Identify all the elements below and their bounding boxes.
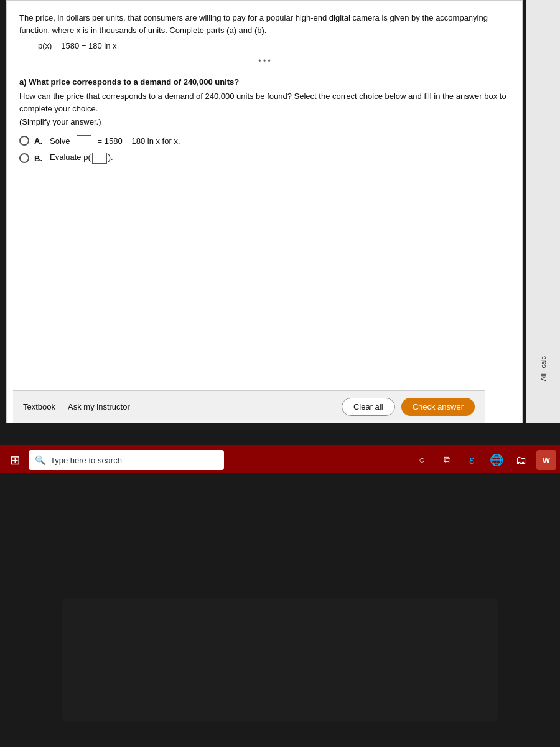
taskbar: ⊞ 🔍 Type here to search ○ ⧉ ε 🌐 🗂 W (0, 445, 560, 475)
taskbar-search-box[interactable]: 🔍 Type here to search (29, 450, 224, 470)
option-a-label: A. (34, 136, 42, 146)
ask-instructor-link[interactable]: Ask my instructor (68, 402, 130, 411)
keyboard-area (0, 473, 560, 747)
dots-divider: • • • (19, 57, 510, 65)
option-a-radio[interactable] (19, 136, 29, 146)
main-content-panel: The price, in dollars per units, that co… (6, 0, 523, 423)
part-a-label: a) What price corresponds to a demand of… (19, 77, 510, 87)
keyboard-shadow (62, 598, 498, 722)
option-b-label: B. (34, 154, 42, 163)
simplify-text: (Simplify your answer.) (19, 117, 510, 126)
problem-formula: p(x) = 1580 − 180 ln x (38, 41, 510, 50)
all-label: All (539, 374, 547, 381)
task-view-icon[interactable]: ⧉ (437, 450, 457, 470)
windows-icon: ⊞ (10, 453, 21, 467)
section-divider (19, 72, 510, 72)
calc-label: calc (539, 356, 547, 369)
side-panel: calc All (526, 0, 560, 423)
option-b-row: B. Evaluate p(). (19, 153, 510, 164)
word-icon[interactable]: W (536, 450, 556, 470)
globe-icon[interactable]: 🌐 (487, 450, 506, 470)
edge-icon[interactable]: ε (462, 450, 482, 470)
taskbar-search-text: Type here to search (50, 456, 122, 465)
problem-intro: The price, in dollars per units, that co… (19, 12, 510, 36)
option-a-row: A. Solve = 1580 − 180 ln x for x. (19, 135, 510, 146)
taskbar-icons: ○ ⧉ ε 🌐 🗂 W (412, 450, 556, 470)
option-a-solve-text: Solve (50, 136, 70, 146)
option-a-input[interactable] (77, 135, 91, 146)
textbook-link[interactable]: Textbook (23, 402, 55, 411)
start-button[interactable]: ⊞ (4, 449, 26, 471)
option-b-radio[interactable] (19, 153, 29, 163)
folder-icon[interactable]: 🗂 (511, 450, 531, 470)
bottom-toolbar: Textbook Ask my instructor Clear all Che… (13, 390, 485, 423)
option-b-input[interactable] (92, 153, 107, 164)
option-a-formula: = 1580 − 180 ln x for x. (98, 136, 180, 146)
taskbar-search-icon: 🔍 (35, 455, 45, 465)
clear-all-button[interactable]: Clear all (342, 398, 395, 416)
how-can-text: How can the price that corresponds to a … (19, 90, 510, 115)
cortana-icon[interactable]: ○ (412, 450, 432, 470)
option-b-evaluate-text: Evaluate p(). (50, 153, 113, 164)
check-answer-button[interactable]: Check answer (401, 398, 475, 416)
